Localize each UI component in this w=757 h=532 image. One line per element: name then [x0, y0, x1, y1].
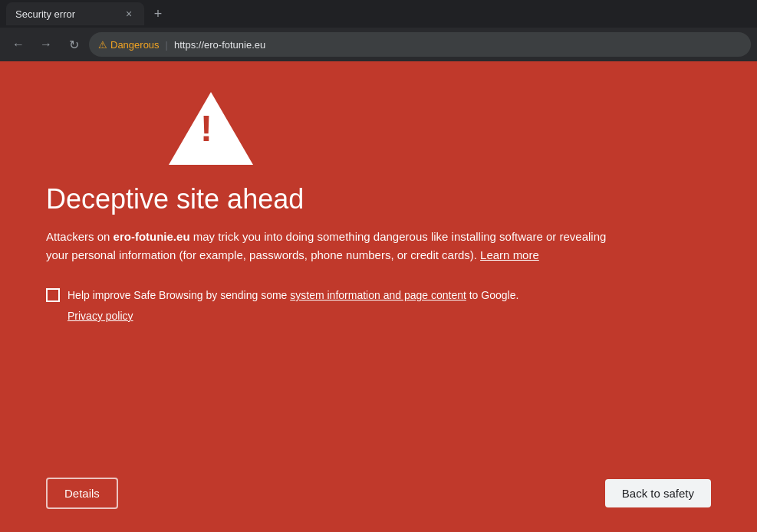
new-tab-button[interactable]: + [147, 3, 169, 25]
checkbox-row: Help improve Safe Browsing by sending so… [46, 287, 518, 304]
reload-button[interactable]: ↻ [61, 32, 86, 57]
safe-browsing-section: Help improve Safe Browsing by sending so… [46, 287, 518, 322]
tab-title: Security error [15, 8, 117, 20]
browser-chrome: Security error × + ← → ↻ ⚠ Dangerous | h… [0, 0, 757, 61]
dangerous-label: Dangerous [110, 39, 160, 51]
description-text: Attackers on ero-fotunie.eu may trick yo… [46, 228, 614, 264]
tab-bar: Security error × + [0, 0, 757, 28]
details-button[interactable]: Details [46, 478, 118, 509]
learn-more-link[interactable]: Learn more [480, 248, 539, 261]
address-separator: | [166, 39, 168, 51]
warning-triangle-icon [169, 92, 253, 165]
error-page: Deceptive site ahead Attackers on ero-fo… [0, 61, 757, 532]
forward-button[interactable]: → [34, 32, 58, 57]
address-url: https://ero-fotunie.eu [174, 39, 265, 51]
privacy-policy-link[interactable]: Privacy policy [67, 310, 518, 322]
address-bar[interactable]: ⚠ Dangerous | https://ero-fotunie.eu [89, 32, 751, 57]
page-heading: Deceptive site ahead [46, 183, 304, 215]
tab-close-button[interactable]: × [123, 8, 135, 20]
description-prefix: Attackers on [46, 230, 114, 243]
address-warning: ⚠ Dangerous [98, 39, 160, 51]
system-info-link[interactable]: system information and page content [290, 289, 466, 301]
checkbox-label-suffix: to Google. [466, 289, 519, 301]
warning-icon: ⚠ [98, 39, 107, 51]
safe-browsing-checkbox[interactable] [46, 288, 60, 302]
checkbox-label-prefix: Help improve Safe Browsing by sending so… [67, 289, 290, 301]
site-name: ero-fotunie.eu [114, 230, 190, 243]
back-button[interactable]: ← [6, 32, 31, 57]
buttons-row: Details Back to safety [46, 478, 711, 509]
checkbox-label: Help improve Safe Browsing by sending so… [67, 287, 518, 304]
toolbar: ← → ↻ ⚠ Dangerous | https://ero-fotunie.… [0, 28, 757, 61]
active-tab[interactable]: Security error × [6, 2, 144, 25]
warning-icon-container [169, 92, 253, 165]
back-to-safety-button[interactable]: Back to safety [605, 479, 711, 507]
